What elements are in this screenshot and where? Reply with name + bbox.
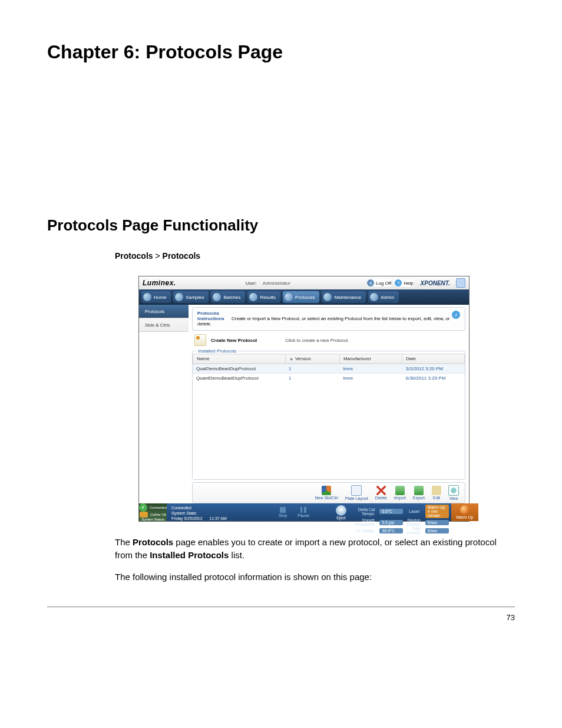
plate-layout-icon	[351, 485, 362, 496]
user-label: User:	[246, 281, 257, 286]
pane-help-icon[interactable]: i	[452, 311, 460, 319]
col-version-label: Version	[295, 356, 311, 361]
action-new-std-ctrl[interactable]: New Std/Ctrl	[315, 486, 338, 500]
main-nav: Home Samples Batches Results Protocols M…	[139, 289, 469, 305]
tab-protocols[interactable]: Protocols	[283, 291, 319, 303]
tab-samples-label: Samples	[186, 295, 204, 300]
page-footer: 73	[47, 607, 515, 622]
col-name[interactable]: Name	[193, 354, 286, 364]
create-protocol-row: Create New Protocol Click to create a ne…	[192, 331, 465, 348]
breadcrumb-sep: >	[153, 251, 163, 261]
eject-button[interactable]: Eject	[329, 503, 353, 521]
tab-samples[interactable]: Samples	[173, 291, 209, 303]
tab-batches[interactable]: Batches	[211, 291, 245, 303]
system-status-block[interactable]: ✔ Connected CalVer Ok System Status	[139, 503, 167, 521]
table-row[interactable]: QualDemoBeadDupProtocol 1 lmnx 3/2/2012 …	[193, 364, 465, 374]
pane-title-1: Protocols	[197, 311, 460, 316]
subnav-stds-ctrls[interactable]: Stds & Ctrls	[139, 318, 189, 332]
tab-admin[interactable]: Admin	[368, 291, 399, 303]
action-label: Import	[394, 496, 406, 500]
tab-maintenance-label: Maintenance	[334, 295, 361, 300]
window-restore-icon[interactable]	[456, 278, 465, 288]
admin-icon	[370, 293, 378, 301]
ro-delta-value: 0.0°C	[379, 509, 403, 514]
ro-sheath-label: Sheath Pressures:	[355, 518, 376, 526]
action-import[interactable]: Import	[394, 486, 406, 500]
calver-icon	[140, 512, 148, 518]
action-label: Delete	[375, 496, 387, 500]
help-icon: ?	[395, 279, 402, 286]
status-time: 11:37 AM	[209, 516, 227, 521]
results-icon	[249, 293, 257, 301]
col-date[interactable]: Date	[402, 354, 464, 364]
batches-icon	[213, 293, 221, 301]
p1-post: list.	[229, 550, 244, 560]
pane-title-2: Instructions	[197, 316, 224, 321]
warmup-icon	[460, 505, 470, 515]
user-name: Administrator	[263, 281, 290, 286]
pause-icon	[300, 507, 306, 513]
action-label: Export	[413, 496, 425, 500]
ro-sheath-value: 5.5 psi	[379, 520, 403, 525]
cell-manufacturer: lmnx	[339, 364, 402, 374]
action-delete[interactable]: Delete	[375, 486, 387, 500]
ro-total-label: Total Events:	[406, 526, 421, 535]
new-std-ctrl-icon	[322, 486, 331, 495]
table-header-row: Name ▲ Version Manufacturer Date	[193, 354, 465, 364]
col-manufacturer[interactable]: Manufacturer	[339, 354, 402, 364]
edit-icon	[432, 486, 441, 495]
create-protocol-icon[interactable]	[194, 334, 206, 346]
col-version[interactable]: ▲ Version	[285, 354, 339, 364]
action-export[interactable]: Export	[413, 486, 425, 500]
action-plate-layout[interactable]: Plate Layout	[345, 485, 368, 500]
eject-label: Eject	[336, 516, 346, 520]
tab-results[interactable]: Results	[247, 291, 280, 303]
brand-logo: Luminex.	[143, 279, 176, 287]
table-row[interactable]: QuantDemoBeadDupProtocol 1 lmnx 6/30/201…	[193, 374, 465, 383]
p1-pre: The	[115, 537, 133, 547]
subnav-protocols[interactable]: Protocols	[139, 305, 189, 318]
action-edit[interactable]: Edit	[432, 486, 441, 500]
section-title: Protocols Page Functionality	[47, 216, 515, 235]
installed-protocols-legend: Installed Protocols	[196, 348, 238, 354]
logoff-label: Log Off	[376, 281, 391, 286]
action-label: Plate Layout	[345, 496, 368, 500]
cell-version: 1	[285, 374, 339, 383]
warmup-label: Warm Up	[456, 515, 473, 519]
stop-label: Stop	[279, 513, 287, 518]
ro-delta-label: Delta Cal Temps:	[355, 508, 376, 516]
p1-bold-1: Protocols	[133, 537, 173, 547]
secondary-logo: XPONENT.	[421, 280, 450, 286]
tab-home[interactable]: Home	[141, 291, 171, 303]
action-bar: New Std/Ctrl Plate Layout Delete Import …	[192, 482, 465, 503]
help-button[interactable]: ? Help	[395, 279, 413, 286]
status-date: Friday 5/25/2012	[171, 516, 203, 521]
tab-home-label: Home	[154, 295, 166, 300]
action-view[interactable]: View	[448, 485, 459, 500]
cell-name: QuantDemoBeadDupProtocol	[193, 374, 285, 383]
breadcrumb: Protocols > Protocols	[115, 251, 515, 261]
main-content: i Protocols Instructions Create or Impor…	[189, 305, 469, 503]
action-label: Edit	[433, 496, 440, 500]
breadcrumb-a: Protocols	[115, 251, 153, 261]
logoff-button[interactable]: ⎋ Log Off	[367, 279, 391, 286]
create-protocol-button[interactable]: Create New Protocol	[211, 338, 257, 343]
body-paragraph-2: The following installed protocol informa…	[115, 571, 515, 584]
tab-maintenance[interactable]: Maintenance	[322, 291, 366, 303]
status-connected-text: Connected	[171, 505, 254, 510]
installed-protocols-group: Installed Protocols Name ▲ Version Manuf…	[192, 351, 465, 480]
system-status-label: System Status	[141, 518, 164, 521]
maintenance-icon	[323, 293, 332, 301]
status-bar: ✔ Connected CalVer Ok System Status Conn…	[139, 503, 469, 521]
chapter-title: Chapter 6: Protocols Page	[47, 41, 515, 63]
warmup-button[interactable]: Warm Up	[451, 503, 478, 521]
ro-region-value: 0/sec	[425, 520, 449, 525]
tab-protocols-label: Protocols	[295, 295, 315, 300]
stop-button[interactable]: Stop	[279, 507, 287, 518]
tab-batches-label: Batches	[223, 295, 240, 300]
ro-laser-label: Laser:	[406, 509, 421, 513]
cell-manufacturer: lmnx	[339, 374, 402, 383]
pause-button[interactable]: Pause	[297, 507, 309, 518]
ro-xy-label: XY Status:	[355, 529, 376, 533]
status-readouts: Delta Cal Temps: 0.0°C Laser: Warm Up, 4…	[353, 503, 451, 521]
